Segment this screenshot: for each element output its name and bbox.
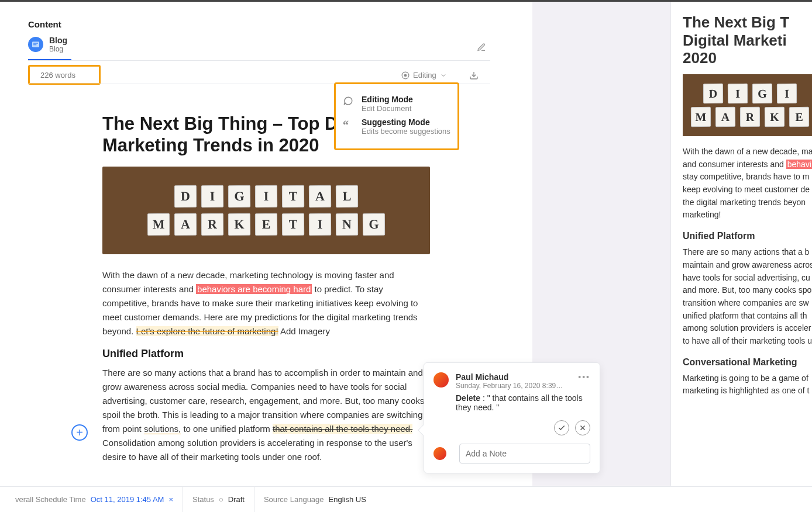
chat-icon	[343, 96, 357, 108]
suggesting-mode-subtitle: Edits become suggestions	[362, 127, 450, 136]
comment-author: Paul Michaud	[456, 372, 563, 382]
comment-card: Paul Michaud Sunday, February 16, 2020 8…	[424, 362, 600, 473]
hero-image: DIGITAL MARKETING	[102, 167, 430, 254]
svg-point-4	[404, 74, 407, 77]
comment-date: Sunday, February 16, 2020 8:39…	[456, 382, 563, 390]
suggesting-mode-title: Suggesting Mode	[362, 117, 450, 127]
add-block-button[interactable]: +	[71, 424, 88, 441]
editing-mode-subtitle: Edit Document	[362, 104, 413, 113]
editing-mode-option[interactable]: Editing Mode Edit Document	[343, 95, 450, 113]
avatar	[433, 372, 449, 388]
footer-bar: verall Schedule Time Oct 11, 2019 1:45 A…	[0, 486, 812, 512]
comment-body: Delete : " that contains all the tools t…	[456, 393, 590, 412]
document-body[interactable]: The Next Big Thing – Top Digital Marketi…	[102, 113, 430, 473]
deleted-phrase: that contains all the tools they need.	[273, 424, 412, 434]
strikeout-text: Let's explore the future of marketing!	[136, 326, 278, 336]
download-icon[interactable]	[469, 71, 479, 82]
add-note-input[interactable]	[459, 444, 590, 463]
accept-button[interactable]	[554, 420, 569, 435]
svg-rect-1	[33, 43, 38, 43]
quote-icon: “	[343, 119, 357, 132]
paragraph-2[interactable]: There are so many actions that a brand h…	[102, 366, 430, 464]
blog-header[interactable]: Blog Blog	[28, 36, 67, 53]
mode-popover-highlight: Editing Mode Edit Document “ Suggesting …	[334, 82, 459, 150]
comment-menu-icon[interactable]: •••	[578, 372, 590, 382]
word-count: 226 words	[40, 71, 75, 79]
paragraph-1[interactable]: With the dawn of a new decade, marketing…	[102, 268, 430, 338]
editing-mode-title: Editing Mode	[362, 95, 413, 104]
preview-hero: DIGI MARKE	[683, 74, 812, 136]
highlight-red: behaviors are becoming hard	[196, 284, 312, 294]
avatar	[433, 447, 446, 460]
heading-unified-platform[interactable]: Unified Platform	[102, 348, 430, 360]
preview-h-unified: Unified Platform	[683, 231, 812, 241]
suggesting-mode-option[interactable]: “ Suggesting Mode Edits become suggestio…	[343, 117, 450, 136]
editing-mode-dropdown[interactable]: Editing	[401, 71, 447, 79]
footer-language[interactable]: Source Language English US	[254, 487, 376, 512]
editing-mode-label: Editing	[413, 71, 436, 79]
preview-p2: There are so many actions that a b maint…	[683, 246, 812, 348]
preview-p3: Marketing is going to be a game of marke…	[683, 372, 812, 397]
reject-button[interactable]	[575, 420, 590, 435]
blog-title: Blog	[49, 36, 67, 45]
blog-subtitle: Blog	[49, 45, 67, 53]
preview-title: The Next Big T Digital Marketi 2020	[683, 13, 812, 67]
underlined-word: solutions,	[144, 424, 181, 434]
preview-p1: With the dawn of a new decade, ma and co…	[683, 146, 812, 222]
svg-rect-2	[33, 44, 36, 45]
content-section-label: Content	[28, 19, 61, 29]
blog-icon	[28, 37, 43, 52]
word-count-highlight: 226 words	[28, 65, 101, 85]
preview-h-conversational: Conversational Marketing	[683, 357, 812, 368]
footer-schedule[interactable]: verall Schedule Time Oct 11, 2019 1:45 A…	[6, 487, 183, 512]
divider	[28, 60, 490, 61]
edit-icon[interactable]	[477, 43, 486, 54]
footer-status[interactable]: Status ○ Draft	[183, 487, 254, 512]
close-icon[interactable]: ×	[168, 495, 173, 504]
preview-pane: The Next Big T Digital Marketi 2020 DIGI…	[670, 2, 812, 486]
chevron-down-icon	[440, 72, 447, 79]
